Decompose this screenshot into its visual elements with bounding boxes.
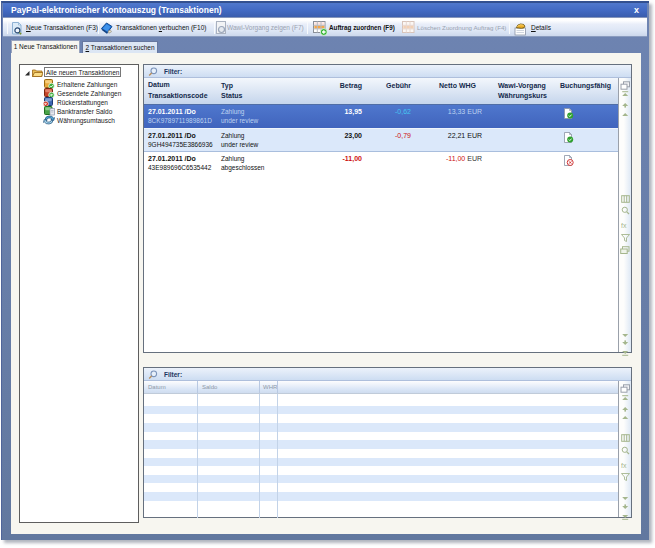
- svg-text:fx: fx: [621, 222, 627, 229]
- svg-text:fx: fx: [621, 462, 627, 469]
